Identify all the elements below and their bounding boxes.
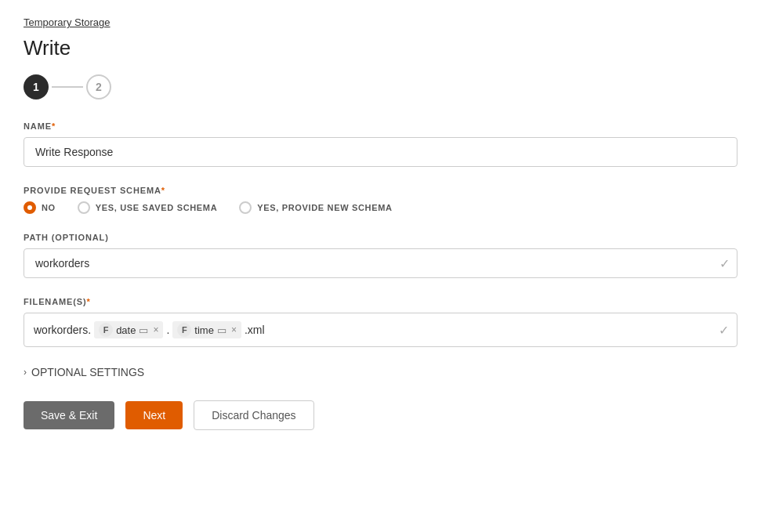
radio-yes-new-label: YES, PROVIDE NEW SCHEMA: [257, 203, 392, 212]
filename-label: FILENAME(S)*: [24, 297, 737, 306]
filename-required-star: *: [87, 297, 91, 306]
step-2[interactable]: 2: [86, 74, 111, 100]
tag-f-date: F: [99, 323, 113, 337]
name-input[interactable]: [24, 137, 737, 167]
optional-settings-label: OPTIONAL SETTINGS: [31, 366, 144, 378]
filename-prefix: workorders.: [34, 324, 91, 336]
path-field-section: PATH (OPTIONAL) ✓: [24, 233, 737, 278]
radio-yes-saved[interactable]: YES, USE SAVED SCHEMA: [78, 201, 217, 214]
tag-text-date: date: [116, 324, 136, 336]
filename-dot-separator: .: [166, 324, 169, 336]
tag-db-date: ▭: [139, 324, 148, 336]
filename-tag-time: F time ▭ ×: [172, 321, 241, 338]
footer-buttons: Save & Exit Next Discard Changes: [24, 400, 737, 430]
stepper: 1 2: [24, 74, 737, 100]
chevron-right-icon: ›: [24, 367, 27, 378]
filename-wrapper[interactable]: workorders. F date ▭ × . F time ▭ × .xml…: [24, 313, 737, 347]
radio-yes-new-input[interactable]: [239, 201, 252, 214]
filename-tag-date: F date ▭ ×: [94, 321, 163, 338]
next-button[interactable]: Next: [125, 401, 183, 429]
tag-text-time: time: [194, 324, 214, 336]
radio-yes-saved-input[interactable]: [78, 201, 90, 214]
radio-yes-new[interactable]: YES, PROVIDE NEW SCHEMA: [239, 201, 392, 214]
tag-db-time: ▭: [217, 324, 226, 336]
path-input[interactable]: [24, 248, 737, 278]
name-label: NAME*: [24, 121, 737, 131]
breadcrumb-link[interactable]: Temporary Storage: [24, 16, 111, 28]
filename-suffix: .xml: [245, 324, 265, 336]
step-1[interactable]: 1: [24, 74, 49, 100]
schema-radio-group: NO YES, USE SAVED SCHEMA YES, PROVIDE NE…: [24, 201, 737, 214]
radio-yes-saved-label: YES, USE SAVED SCHEMA: [96, 203, 217, 212]
tag-f-time: F: [177, 323, 191, 337]
optional-settings-toggle[interactable]: › OPTIONAL SETTINGS: [24, 366, 737, 378]
discard-button[interactable]: Discard Changes: [194, 400, 313, 430]
page-title: Write: [24, 36, 737, 60]
filename-field-section: FILENAME(S)* workorders. F date ▭ × . F …: [24, 297, 737, 347]
schema-field-section: PROVIDE REQUEST SCHEMA* NO YES, USE SAVE…: [24, 186, 737, 214]
step-connector: [52, 86, 83, 88]
radio-no-input[interactable]: [24, 201, 36, 214]
schema-label: PROVIDE REQUEST SCHEMA*: [24, 186, 737, 195]
path-label: PATH (OPTIONAL): [24, 233, 737, 242]
save-exit-button[interactable]: Save & Exit: [24, 401, 114, 429]
path-input-wrapper: ✓: [24, 248, 737, 278]
name-field-section: NAME*: [24, 121, 737, 167]
name-required-star: *: [52, 121, 56, 131]
tag-close-date[interactable]: ×: [153, 324, 158, 335]
radio-no-label: NO: [42, 203, 56, 212]
schema-required-star: *: [161, 186, 165, 195]
filename-validate-icon: ✓: [719, 323, 729, 338]
tag-close-time[interactable]: ×: [231, 324, 237, 335]
radio-no[interactable]: NO: [24, 201, 56, 214]
